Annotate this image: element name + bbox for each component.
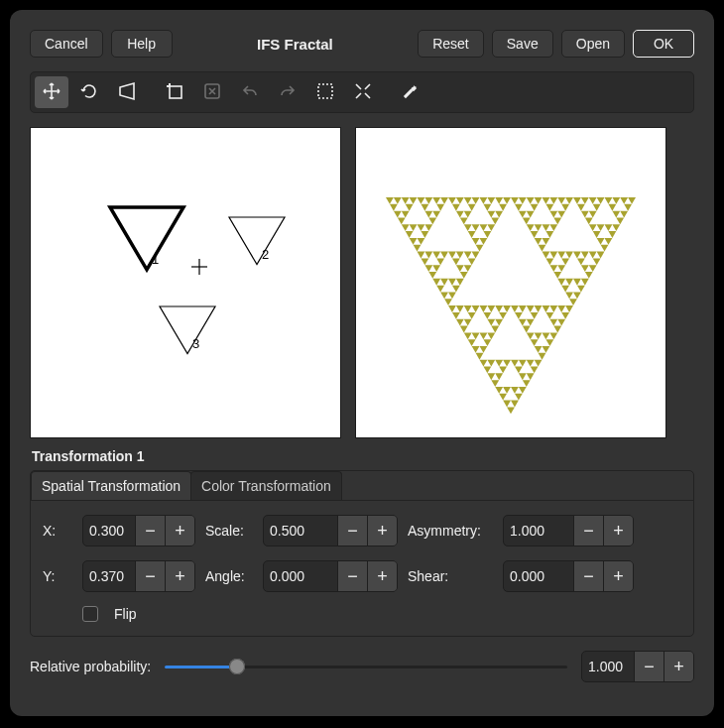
options-tool[interactable] — [394, 76, 427, 108]
shear-input[interactable] — [504, 561, 573, 591]
svg-text:1: 1 — [152, 252, 159, 267]
asym-spin: − + — [503, 515, 634, 546]
scale-label: Scale: — [205, 523, 253, 539]
tab-color[interactable]: Color Transformation — [190, 471, 342, 500]
delete-tool — [195, 76, 229, 108]
relprob-spin: − + — [581, 651, 694, 682]
ok-button[interactable]: OK — [633, 30, 694, 58]
move-icon — [42, 81, 61, 104]
shear-label: Shear: — [408, 568, 493, 584]
y-spin: − + — [82, 560, 195, 592]
angle-plus[interactable]: + — [367, 561, 397, 591]
svg-rect-2 — [318, 84, 332, 98]
open-button[interactable]: Open — [561, 30, 625, 58]
angle-input[interactable] — [264, 561, 337, 591]
select-all-icon — [315, 81, 335, 104]
svg-rect-0 — [170, 86, 181, 98]
move-tool[interactable] — [35, 76, 68, 108]
x-minus[interactable]: − — [135, 516, 165, 546]
rotate-tool[interactable] — [72, 76, 106, 108]
x-label: X: — [43, 523, 72, 539]
angle-label: Angle: — [205, 568, 253, 584]
help-button[interactable]: Help — [111, 30, 173, 58]
relprob-minus[interactable]: − — [634, 652, 664, 681]
flip-checkbox[interactable] — [82, 606, 98, 622]
undo-tool — [233, 76, 267, 108]
redo-icon — [278, 81, 298, 104]
reset-button[interactable]: Reset — [418, 30, 484, 58]
rotate-icon — [79, 81, 99, 104]
x-plus[interactable]: + — [165, 516, 194, 546]
select-all-tool[interactable] — [308, 76, 342, 108]
angle-minus[interactable]: − — [337, 561, 367, 591]
shear-plus[interactable]: + — [603, 561, 633, 591]
flip-label: Flip — [114, 606, 137, 622]
svg-text:3: 3 — [192, 336, 199, 351]
asym-input[interactable] — [504, 516, 573, 546]
stretch-icon — [117, 81, 137, 104]
preview-pane — [355, 127, 666, 438]
dialog-window: Cancel Help IFS Fractal Reset Save Open … — [10, 10, 714, 716]
scale-input[interactable] — [264, 516, 337, 546]
save-button[interactable]: Save — [492, 30, 553, 58]
titlebar: Cancel Help IFS Fractal Reset Save Open … — [30, 30, 694, 58]
x-spin: − + — [82, 515, 195, 546]
recenter-icon — [353, 81, 373, 104]
toolbar — [30, 71, 694, 113]
tab-body: X: − + Scale: − + Asymmetry: − + — [31, 501, 693, 636]
undo-icon — [240, 81, 260, 104]
delete-icon — [202, 81, 222, 104]
relprob-row: Relative probability: − + — [30, 651, 694, 682]
scale-plus[interactable]: + — [367, 516, 397, 546]
relprob-label: Relative probability: — [30, 659, 151, 674]
design-pane[interactable]: 123 — [30, 127, 341, 438]
y-plus[interactable]: + — [165, 561, 194, 591]
scale-spin: − + — [263, 515, 398, 546]
asym-minus[interactable]: − — [573, 516, 603, 546]
wrench-icon — [401, 81, 421, 104]
tab-spatial[interactable]: Spatial Transformation — [31, 471, 191, 500]
shear-spin: − + — [503, 560, 634, 592]
y-minus[interactable]: − — [135, 561, 165, 591]
y-input[interactable] — [83, 561, 135, 591]
shear-minus[interactable]: − — [573, 561, 603, 591]
relprob-input[interactable] — [582, 652, 634, 681]
y-label: Y: — [43, 568, 72, 584]
cancel-button[interactable]: Cancel — [30, 30, 103, 58]
relprob-plus[interactable]: + — [664, 652, 693, 681]
x-input[interactable] — [83, 516, 135, 546]
preview-panes: 123 — [30, 127, 694, 438]
angle-spin: − + — [263, 560, 398, 592]
svg-text:2: 2 — [262, 247, 269, 262]
add-icon — [165, 81, 184, 104]
recenter-tool[interactable] — [346, 76, 380, 108]
scale-minus[interactable]: − — [337, 516, 367, 546]
new-tool[interactable] — [158, 76, 191, 108]
asym-plus[interactable]: + — [603, 516, 633, 546]
transformation-heading: Transformation 1 — [32, 448, 694, 464]
redo-tool — [271, 76, 304, 108]
relprob-slider[interactable] — [165, 657, 567, 676]
parameters-box: Spatial Transformation Color Transformat… — [30, 470, 694, 637]
asym-label: Asymmetry: — [408, 523, 493, 539]
tabs: Spatial Transformation Color Transformat… — [31, 471, 693, 501]
dialog-title: IFS Fractal — [181, 36, 411, 53]
stretch-tool[interactable] — [110, 76, 144, 108]
